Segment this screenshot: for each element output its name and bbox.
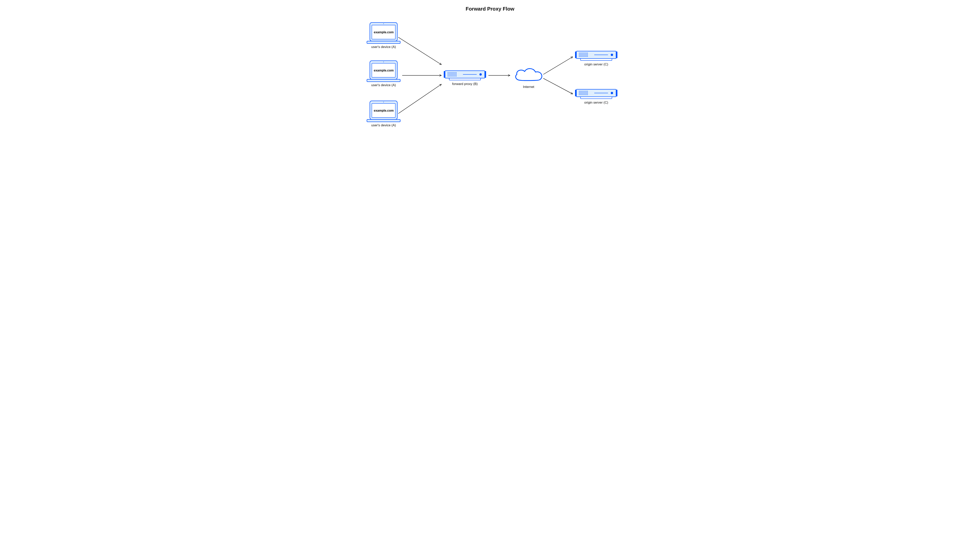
svg-rect-106 — [587, 92, 588, 93]
svg-point-6 — [383, 61, 384, 62]
svg-rect-84 — [587, 56, 588, 57]
laptop-screen-text: example.com — [374, 69, 394, 72]
svg-rect-72 — [583, 55, 583, 56]
svg-rect-71 — [581, 55, 582, 56]
svg-rect-40 — [449, 76, 449, 76]
svg-rect-121 — [586, 95, 587, 95]
edge-internet-origin1 — [543, 57, 573, 74]
laptop-screen-text: example.com — [374, 109, 394, 112]
svg-rect-59 — [586, 53, 587, 53]
server-icon — [574, 88, 618, 100]
svg-rect-92 — [580, 91, 581, 91]
svg-rect-18 — [451, 72, 452, 73]
svg-rect-53 — [579, 53, 579, 53]
svg-rect-81 — [584, 56, 584, 57]
svg-rect-104 — [585, 92, 586, 93]
svg-rect-115 — [579, 95, 579, 95]
svg-rect-37 — [455, 75, 455, 75]
node-forward-proxy: forward proxy (B) — [443, 69, 486, 86]
svg-rect-25 — [450, 74, 451, 74]
svg-rect-24 — [449, 74, 449, 74]
svg-rect-11 — [367, 119, 400, 122]
svg-rect-42 — [451, 76, 452, 76]
svg-rect-112 — [585, 93, 586, 94]
svg-rect-111 — [584, 93, 584, 94]
svg-rect-51 — [575, 51, 577, 58]
svg-rect-31 — [448, 75, 448, 75]
svg-rect-54 — [580, 53, 581, 53]
cloud-icon — [512, 67, 545, 84]
edge-user1-proxy — [398, 37, 441, 65]
svg-rect-33 — [450, 75, 451, 75]
svg-rect-52 — [616, 51, 617, 58]
svg-rect-35 — [452, 75, 453, 75]
svg-point-86 — [611, 54, 613, 56]
laptop-icon: example.com — [366, 100, 401, 124]
svg-rect-90 — [616, 90, 617, 96]
node-user-device-3: example.com user's device (A) — [365, 100, 402, 127]
node-label-internet: Internet — [512, 85, 545, 89]
svg-rect-100 — [580, 92, 581, 93]
svg-rect-120 — [585, 95, 586, 95]
svg-rect-36 — [454, 75, 454, 75]
svg-rect-108 — [580, 93, 581, 94]
svg-rect-117 — [581, 95, 582, 95]
node-origin-server-1: origin server (C) — [574, 50, 618, 66]
node-origin-server-2: origin server (C) — [574, 88, 618, 104]
svg-rect-28 — [454, 74, 454, 74]
svg-rect-116 — [580, 95, 581, 95]
node-label-user1: user's device (A) — [365, 45, 402, 49]
svg-rect-125 — [581, 97, 612, 99]
svg-rect-34 — [451, 75, 452, 75]
node-user-device-1: example.com user's device (A) — [365, 22, 402, 49]
laptop-screen-text: example.com — [374, 30, 394, 34]
svg-rect-45 — [455, 76, 455, 76]
node-label-proxy: forward proxy (B) — [443, 82, 486, 86]
diagram-title: Forward Proxy Flow — [347, 6, 633, 12]
svg-rect-69 — [579, 55, 579, 56]
svg-rect-122 — [587, 95, 588, 95]
svg-rect-118 — [583, 95, 583, 95]
svg-rect-70 — [580, 55, 581, 56]
svg-rect-94 — [583, 91, 583, 91]
svg-rect-46 — [456, 76, 457, 76]
svg-rect-102 — [583, 92, 583, 93]
svg-rect-57 — [584, 53, 584, 53]
svg-rect-66 — [585, 54, 586, 55]
node-label-origin1: origin server (C) — [574, 63, 618, 66]
edge-internet-origin2 — [543, 79, 573, 94]
svg-rect-75 — [586, 55, 587, 56]
svg-rect-14 — [484, 71, 486, 78]
edge-user3-proxy — [398, 84, 441, 114]
svg-point-10 — [383, 102, 384, 102]
svg-rect-99 — [579, 92, 579, 93]
svg-rect-91 — [579, 91, 579, 91]
svg-rect-63 — [581, 54, 582, 55]
svg-rect-82 — [585, 56, 586, 57]
svg-rect-60 — [587, 53, 588, 53]
svg-rect-73 — [584, 55, 584, 56]
svg-rect-65 — [584, 54, 584, 55]
svg-rect-55 — [581, 53, 582, 53]
svg-rect-83 — [586, 56, 587, 57]
svg-rect-13 — [444, 71, 445, 78]
svg-rect-27 — [452, 74, 453, 74]
svg-rect-87 — [581, 59, 612, 61]
svg-rect-43 — [452, 76, 453, 76]
svg-rect-113 — [586, 93, 587, 94]
svg-point-48 — [480, 73, 482, 75]
svg-rect-114 — [587, 93, 588, 94]
svg-rect-109 — [581, 93, 582, 94]
svg-rect-19 — [452, 72, 453, 73]
svg-rect-62 — [580, 54, 581, 55]
svg-rect-67 — [586, 54, 587, 55]
svg-rect-21 — [455, 72, 455, 73]
svg-rect-56 — [583, 53, 583, 53]
svg-rect-77 — [579, 56, 579, 57]
node-internet: Internet — [512, 67, 545, 89]
server-icon — [443, 69, 486, 81]
svg-rect-20 — [454, 72, 454, 73]
svg-rect-97 — [586, 91, 587, 91]
svg-point-124 — [611, 92, 613, 94]
svg-rect-101 — [581, 92, 582, 93]
